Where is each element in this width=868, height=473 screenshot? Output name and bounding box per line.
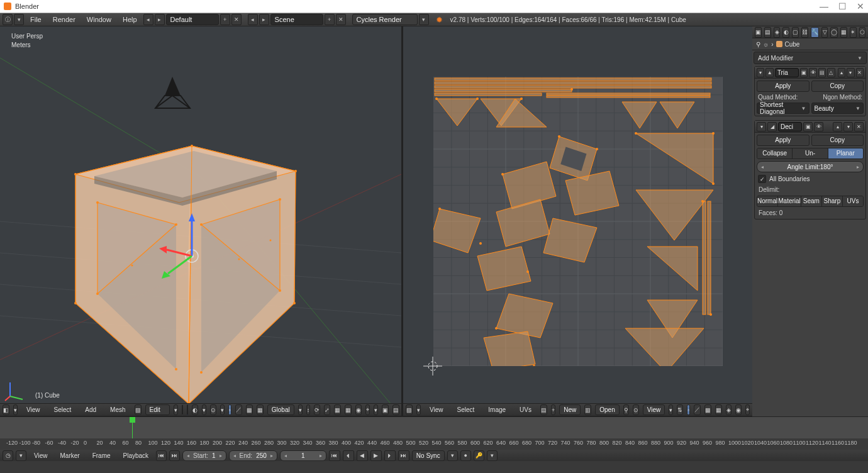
chevron-down-icon[interactable]: ▾ xyxy=(419,14,429,25)
copy-button[interactable]: Copy xyxy=(811,135,864,146)
mode-select[interactable]: Edit Mode xyxy=(145,404,170,415)
snap-target-icon[interactable]: ▾ xyxy=(374,404,378,415)
angle-limit-field[interactable]: ◂ Angle Limit: 180° ▸ xyxy=(757,161,864,172)
menu-render[interactable]: Render xyxy=(48,15,81,24)
keyframe-prev-icon[interactable]: ⏴ xyxy=(343,450,354,461)
uv-view-select[interactable]: View xyxy=(643,404,665,415)
3d-viewport[interactable]: User Persp Meters (1) Cube ◧ ▾ View Sele… xyxy=(0,26,401,416)
apply-button[interactable]: Apply xyxy=(757,135,810,146)
collapse-icon[interactable]: ▾ xyxy=(757,122,766,131)
tab-render-layers-icon[interactable]: ▤ xyxy=(764,27,771,38)
transform-orientation[interactable]: Global xyxy=(267,404,294,415)
keyframe-next-icon[interactable]: ⏵ xyxy=(384,450,396,461)
end-frame-field[interactable]: ◂ End: 250 ▸ xyxy=(229,450,277,461)
select-vert-icon[interactable]: ▫ xyxy=(228,404,231,415)
menu-select[interactable]: Select xyxy=(49,406,77,414)
manipulator-translate-icon[interactable]: ↕ xyxy=(306,404,311,415)
uv-image-editor[interactable]: ▧ ▾ View Select Image UVs ▤ + New ▥ Open… xyxy=(403,26,752,416)
folder-icon[interactable]: ▥ xyxy=(584,404,591,415)
menu-mesh[interactable]: Mesh xyxy=(105,406,130,414)
scene-field[interactable]: Scene xyxy=(270,14,323,25)
timeline-track[interactable] xyxy=(0,417,868,438)
menu-marker[interactable]: Marker xyxy=(55,452,85,460)
delimit-normal[interactable]: Normal xyxy=(757,196,778,206)
tab-data-icon[interactable]: ▽ xyxy=(821,27,828,38)
menu-help[interactable]: Help xyxy=(118,15,142,24)
chevron-down-icon[interactable]: ▾ xyxy=(16,450,26,461)
menu-select[interactable]: Select xyxy=(452,406,480,414)
editmode-visibility-icon[interactable]: ▤ xyxy=(818,68,826,77)
maximize-button[interactable]: ☐ xyxy=(838,1,847,11)
delimit-sharp[interactable]: Sharp xyxy=(822,196,843,206)
viewport-shading-icon[interactable]: ◐ xyxy=(192,404,198,415)
proportional-edit-icon[interactable]: ◉ xyxy=(355,404,362,415)
screen-layout-field[interactable]: Default xyxy=(166,14,219,25)
quad-method-select[interactable]: Shortest Diagonal▼ xyxy=(757,103,810,114)
tab-texture-icon[interactable]: ▦ xyxy=(840,27,847,38)
decimate-mode-tabs[interactable]: Collapse Un-Subdivide Planar xyxy=(757,148,864,159)
range-icon[interactable]: ⏭ xyxy=(169,450,180,461)
snap-icon[interactable]: ⌖ xyxy=(365,404,370,415)
tab-modifiers-icon[interactable]: 🔧 xyxy=(811,27,819,38)
start-frame-field[interactable]: ◂ Start: 1 ▸ xyxy=(182,450,226,461)
scene-add-icon[interactable]: + xyxy=(325,14,335,25)
delimit-uvs[interactable]: UVs xyxy=(843,196,863,206)
delimit-seam[interactable]: Seam xyxy=(801,196,822,206)
ngon-method-select[interactable]: Beauty▼ xyxy=(811,103,864,114)
delete-modifier-icon[interactable]: ✕ xyxy=(854,122,864,131)
chevron-down-icon[interactable]: ▾ xyxy=(298,404,303,415)
minimize-button[interactable]: — xyxy=(820,1,828,11)
info-editor-icon[interactable]: ⓘ xyxy=(3,14,13,25)
viewport-visibility-icon[interactable]: 👁 xyxy=(809,68,816,77)
pin-icon[interactable]: ⚲ xyxy=(623,404,629,415)
opengl-render-icon[interactable]: ▣ xyxy=(382,404,389,415)
play-icon[interactable]: ▶ xyxy=(370,450,382,461)
chevron-down-icon[interactable]: ▾ xyxy=(202,404,206,415)
close-button[interactable]: ✕ xyxy=(857,1,864,11)
tab-material-icon[interactable]: ◯ xyxy=(830,27,838,38)
menu-add[interactable]: Add xyxy=(80,406,101,414)
autokey-icon[interactable]: ● xyxy=(460,450,471,461)
editor-type-icon[interactable]: ◷ xyxy=(3,450,13,461)
chevron-down-icon[interactable]: ▾ xyxy=(174,404,178,415)
uv-face-icon[interactable]: ▩ xyxy=(704,404,711,415)
keying-set-icon[interactable]: 🔑 xyxy=(474,450,484,461)
render-visibility-icon[interactable]: ▣ xyxy=(800,68,808,77)
chevron-down-icon[interactable]: ▾ xyxy=(447,450,458,461)
scene-del-icon[interactable]: ✕ xyxy=(336,14,346,25)
menu-view[interactable]: View xyxy=(425,406,448,414)
editor-type-icon[interactable]: ▧ xyxy=(406,404,413,415)
tab-unsubdivide[interactable]: Un-Subdivide xyxy=(793,148,828,159)
tab-particles-icon[interactable]: ✶ xyxy=(850,27,856,38)
chevron-down-icon[interactable]: ▾ xyxy=(416,404,421,415)
menu-image[interactable]: Image xyxy=(483,406,511,414)
chevron-down-icon[interactable]: ▾ xyxy=(14,14,24,25)
uv-island-icon[interactable]: ▦ xyxy=(715,404,722,415)
current-frame-field[interactable]: ◂ 1 ▸ xyxy=(280,450,326,461)
viewport-visibility-icon[interactable]: 👁 xyxy=(814,122,823,131)
open-image-button[interactable]: Open xyxy=(595,404,619,415)
select-face-icon[interactable]: ▩ xyxy=(246,404,253,415)
menu-playback[interactable]: Playback xyxy=(118,452,154,460)
opengl-anim-icon[interactable]: ▤ xyxy=(392,404,399,415)
layers-icon[interactable]: ▦ xyxy=(334,404,341,415)
sync-mode-select[interactable]: No Sync xyxy=(412,450,445,461)
viewport-canvas[interactable] xyxy=(0,26,401,416)
pivot-icon[interactable]: ⊙ xyxy=(210,404,216,415)
apply-button[interactable]: Apply xyxy=(757,81,810,92)
menu-view[interactable]: View xyxy=(29,452,53,460)
select-edge-icon[interactable]: ／ xyxy=(235,404,242,415)
tab-planar[interactable]: Planar xyxy=(828,148,863,159)
chevron-down-icon[interactable]: ▾ xyxy=(487,450,498,461)
menu-window[interactable]: Window xyxy=(82,15,116,24)
cube-mesh[interactable] xyxy=(74,145,297,405)
mode-icon[interactable]: ▧ xyxy=(135,404,142,415)
sticky-select-icon[interactable]: ◈ xyxy=(726,404,732,415)
tab-constraints-icon[interactable]: ⛓ xyxy=(801,27,808,38)
menu-frame[interactable]: Frame xyxy=(87,452,116,460)
all-boundaries-checkbox[interactable]: ✓ All Boundaries xyxy=(757,174,864,184)
layout-add-icon[interactable]: + xyxy=(220,14,230,25)
uv-vert-icon[interactable]: ▫ xyxy=(687,404,690,415)
layout-del-icon[interactable]: ✕ xyxy=(231,14,242,25)
shading-texture-icon[interactable] xyxy=(182,404,183,415)
